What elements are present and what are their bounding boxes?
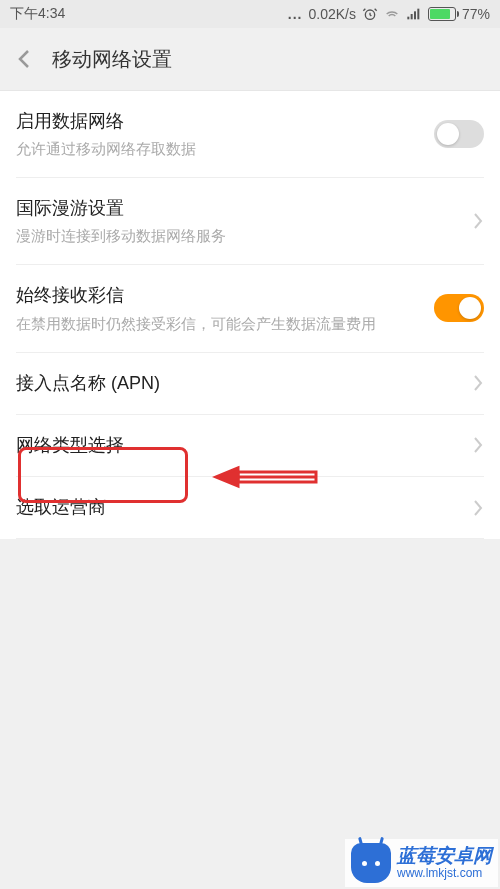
svg-rect-3 <box>414 11 416 19</box>
chevron-right-icon <box>472 211 484 231</box>
item-title: 接入点名称 (APN) <box>16 371 472 396</box>
chevron-right-icon <box>472 435 484 455</box>
signal-icon <box>406 6 422 22</box>
page-title: 移动网络设置 <box>52 46 172 73</box>
item-sub: 漫游时连接到移动数据网络服务 <box>16 225 396 246</box>
watermark-title: 蓝莓安卓网 <box>397 846 492 867</box>
settings-list: 启用数据网络 允许通过移动网络存取数据 国际漫游设置 漫游时连接到移动数据网络服… <box>0 90 500 539</box>
item-enable-data[interactable]: 启用数据网络 允许通过移动网络存取数据 <box>0 91 500 177</box>
header: 移动网络设置 <box>0 28 500 90</box>
svg-rect-2 <box>411 14 413 19</box>
item-mms[interactable]: 始终接收彩信 在禁用数据时仍然接受彩信，可能会产生数据流量费用 <box>0 265 500 351</box>
item-title: 启用数据网络 <box>16 109 434 134</box>
toggle-mms[interactable] <box>434 294 484 322</box>
toggle-enable-data[interactable] <box>434 120 484 148</box>
svg-rect-1 <box>407 17 409 20</box>
watermark: 蓝莓安卓网 www.lmkjst.com <box>345 839 498 887</box>
status-time: 下午4:34 <box>10 5 65 23</box>
alarm-icon <box>362 6 378 22</box>
item-title: 网络类型选择 <box>16 433 472 458</box>
battery-icon <box>428 7 456 21</box>
chevron-right-icon <box>472 498 484 518</box>
item-roaming[interactable]: 国际漫游设置 漫游时连接到移动数据网络服务 <box>0 178 500 264</box>
back-icon[interactable] <box>16 47 32 71</box>
wifi-icon <box>384 6 400 22</box>
item-title: 选取运营商 <box>16 495 472 520</box>
item-sub: 在禁用数据时仍然接受彩信，可能会产生数据流量费用 <box>16 313 396 334</box>
status-bar: 下午4:34 ... 0.02K/s 77% <box>0 0 500 28</box>
more-icon: ... <box>288 6 303 22</box>
watermark-url: www.lmkjst.com <box>397 867 492 880</box>
battery-pct: 77% <box>462 6 490 22</box>
item-carrier[interactable]: 选取运营商 <box>0 477 500 538</box>
item-network-type[interactable]: 网络类型选择 <box>0 415 500 476</box>
network-speed: 0.02K/s <box>308 6 355 22</box>
item-apn[interactable]: 接入点名称 (APN) <box>0 353 500 414</box>
item-title: 始终接收彩信 <box>16 283 434 308</box>
watermark-logo-icon <box>351 843 391 883</box>
chevron-right-icon <box>472 373 484 393</box>
svg-rect-4 <box>417 9 419 20</box>
item-sub: 允许通过移动网络存取数据 <box>16 138 396 159</box>
item-title: 国际漫游设置 <box>16 196 472 221</box>
